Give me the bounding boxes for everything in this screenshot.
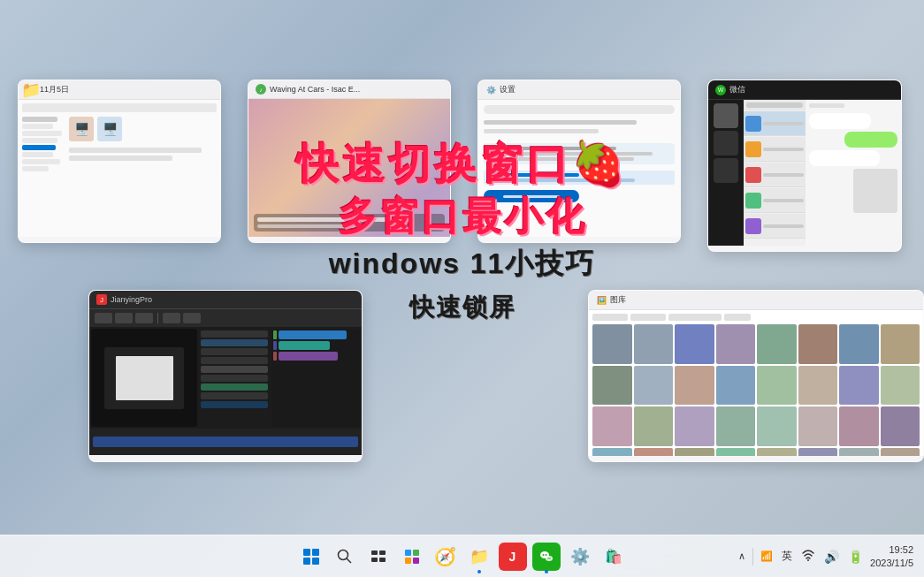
settings-button[interactable] [484,190,579,202]
gallery-item[interactable] [881,324,920,364]
taskbar-system-tray: ∧ 📶 英 🔊 🔋 19:52 2023/11/5 [737,543,913,569]
svg-point-12 [545,554,546,556]
explorer-main: 🖥️ 🖥️ [69,117,217,171]
taskbar-nav-button[interactable]: 🧭 [431,543,460,571]
wifi-icon [801,548,815,562]
tray-chevron[interactable]: ∧ [737,549,747,564]
gallery-item[interactable] [881,448,920,457]
gallery-item[interactable] [881,406,920,446]
svg-rect-7 [413,550,419,556]
gallery-item[interactable] [798,366,838,406]
gallery-btn-1 [592,314,628,321]
taskbar-date-display: 2023/11/5 [870,557,913,569]
gallery-item[interactable] [716,324,756,364]
wechat-content [708,100,901,246]
taskbar-settings-button[interactable]: ⚙️ [566,543,594,571]
gallery-item[interactable] [634,448,674,457]
taskview-icon [370,548,387,566]
taskbar-folder-button[interactable]: 📁 [465,543,493,571]
timeline-track-3 [279,352,338,361]
chat-bubble-left2 [809,150,880,166]
asset-row [201,401,268,408]
svg-rect-8 [405,558,411,564]
wechat-contact-1[interactable] [744,111,806,136]
music-title-bar2 [257,224,368,228]
gallery-item[interactable] [634,406,674,446]
gallery-item[interactable] [634,324,674,364]
gallery-item[interactable] [675,406,714,446]
window-explorer[interactable]: 📁 11月5日 🖥️ 🖥️ [18,80,221,243]
window-jianying[interactable]: J JianyingPro [88,290,363,462]
preview-screen [104,347,184,409]
gallery-item[interactable] [798,448,838,457]
taskbar-start-button[interactable] [297,543,325,571]
gallery-item[interactable] [592,448,632,457]
file-line [69,148,202,153]
window-settings[interactable]: ⚙️ 设置 [477,80,681,243]
gallery-item[interactable] [675,324,714,364]
taskbar-search-button[interactable] [331,543,359,571]
jianying-preview [91,329,197,427]
gallery-item[interactable] [757,324,797,364]
wechat-contact-3[interactable] [744,163,806,187]
gallery-item[interactable] [757,406,797,446]
gallery-item[interactable] [839,366,879,406]
wechat-icon: W [715,85,726,95]
gallery-item[interactable] [634,366,674,406]
wechat-contact-5[interactable] [744,214,806,239]
tray-wifi-icon [799,546,817,566]
taskbar-clock[interactable]: 19:52 2023/11/5 [870,543,913,569]
svg-rect-9 [413,558,419,564]
gallery-item[interactable] [592,324,632,364]
section-title [487,147,616,150]
gallery-item[interactable] [675,448,714,457]
music-progress [257,217,404,222]
gallery-item[interactable] [757,448,797,457]
gallery-item[interactable] [798,324,838,364]
gallery-item[interactable] [716,366,756,406]
section-row [487,152,653,156]
button-label [503,195,561,198]
taskbar-wechat-button[interactable] [532,543,561,571]
jianying-tool-1 [95,313,112,323]
gallery-item[interactable] [839,448,879,457]
gallery-item[interactable] [839,324,879,364]
timeline-row-1 [273,330,358,339]
music-info [254,214,445,232]
sidebar-line [22,152,53,157]
gallery-item[interactable] [716,448,756,457]
gallery-item[interactable] [592,406,632,446]
gallery-item[interactable] [716,406,756,446]
jianying-toolbar [89,309,362,327]
wechat-contact-2[interactable] [744,137,806,162]
gallery-item[interactable] [881,366,920,406]
tray-volume-icon[interactable]: 🔊 [822,548,841,566]
sidebar-line [22,117,57,122]
gallery-item[interactable] [757,366,797,406]
taskbar-widgets-button[interactable] [398,543,426,571]
contact-avatar-2 [745,141,761,157]
settings-search-area [484,105,675,114]
gallery-item[interactable] [798,406,838,446]
wechat-nav-chat [714,103,738,128]
gallery-item[interactable] [592,366,632,406]
window-gallery[interactable]: 🖼️ 图库 [588,290,924,462]
window-music[interactable]: ♪ Waving At Cars - Isac E... [248,80,451,243]
gallery-item[interactable] [839,406,879,446]
gallery-item[interactable] [675,366,714,406]
gallery-title-bar: 🖼️ 图库 [589,291,923,310]
svg-rect-2 [371,550,378,555]
tray-network-icon: 📶 [759,549,775,564]
gallery-btn-4 [724,314,751,321]
taskbar-jianying-button[interactable]: J [499,543,527,571]
window-wechat[interactable]: W 微信 [707,80,902,252]
taskbar-store-button[interactable]: 🛍️ [599,543,628,571]
wechat-nav-discover [714,158,738,183]
music-title-label: Waving At Cars - Isac E... [270,85,360,94]
asset-row [201,366,268,373]
svg-line-1 [347,558,351,563]
taskbar-taskview-button[interactable] [364,543,393,571]
jianying-tool-5 [183,313,201,323]
wechat-contact-4[interactable] [744,188,806,213]
asset-row [201,348,268,355]
